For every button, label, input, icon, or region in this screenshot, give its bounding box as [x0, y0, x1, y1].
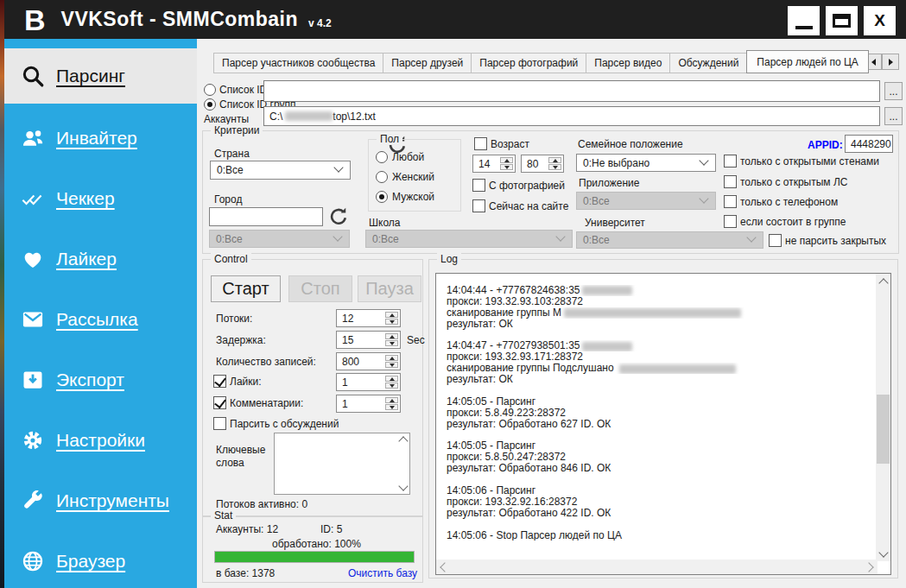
sidebar-item-checker[interactable]: Чеккер	[4, 180, 197, 218]
records-spinner[interactable]: 800	[336, 352, 401, 370]
sidebar-item-label: Инструменты	[56, 490, 169, 511]
country-select[interactable]: 0:Все	[210, 161, 351, 180]
sidebar-item-inviter[interactable]: Инвайтер	[4, 119, 197, 157]
sidebar-item-liker[interactable]: Лайкер	[4, 240, 197, 278]
threads-updown[interactable]	[384, 311, 399, 326]
log-line: результат: Обработано 422 ID. ОК	[447, 508, 873, 519]
delay-unit-label: Sec	[407, 334, 425, 346]
radio-gender-male[interactable]	[376, 191, 388, 203]
school-value: 0:Все	[372, 233, 399, 245]
likes-updown[interactable]	[384, 375, 399, 389]
tab-scroll-right-icon[interactable]	[882, 54, 899, 70]
tab-friends[interactable]: Парсер друзей	[383, 53, 472, 73]
open-dm-label: только с открытым ЛС	[740, 176, 847, 188]
with-phone-checkbox[interactable]	[724, 195, 737, 208]
comments-checkbox[interactable]	[213, 396, 226, 409]
parse-discussions-checkbox[interactable]	[213, 417, 226, 430]
comments-spinner[interactable]: 1	[336, 395, 401, 413]
start-button[interactable]: Старт	[211, 275, 281, 302]
tab-community-members[interactable]: Парсер участников сообщества	[213, 53, 383, 73]
delay-updown[interactable]	[384, 332, 399, 347]
appid-label: APPID:	[808, 139, 843, 151]
comments-value: 1	[342, 398, 348, 410]
university-value: 0:Все	[583, 234, 610, 246]
globe-icon	[20, 548, 46, 574]
tab-videos[interactable]: Парсер видео	[586, 53, 670, 73]
app-window: B VVKSoft - SMMCombain v 4.2 X Парсинг И…	[0, 0, 906, 588]
maximize-icon	[833, 14, 851, 28]
log-textbox[interactable]: 14:04:44 - +77767824638:35 прокси: 193.3…	[435, 273, 891, 575]
people-icon	[20, 125, 46, 151]
log-line: прокси: 5.8.49.223:28372	[447, 408, 873, 419]
stop-button[interactable]: Стоп	[288, 275, 352, 302]
log-line	[447, 385, 873, 396]
sidebar-item-export[interactable]: Экспорт	[4, 361, 197, 399]
scroll-up-icon[interactable]	[876, 274, 890, 288]
scroll-left-icon[interactable]	[436, 560, 451, 574]
tab-people-by-ta[interactable]: Парсер людей по ЦА	[746, 50, 869, 73]
in-group-checkbox[interactable]	[724, 215, 737, 228]
age-to-updown[interactable]	[548, 156, 562, 171]
progress-fill	[215, 552, 414, 562]
online-now-label: Сейчас на сайте	[489, 200, 568, 212]
minimize-button[interactable]	[788, 6, 820, 35]
scrollbar-thumb[interactable]	[877, 395, 890, 464]
scroll-down-icon[interactable]	[398, 481, 408, 490]
city-input[interactable]	[209, 207, 323, 226]
application-select: 0:Все	[576, 192, 716, 210]
online-now-checkbox[interactable]	[472, 199, 485, 212]
log-vertical-scrollbar[interactable]	[876, 274, 890, 561]
likes-checkbox[interactable]	[213, 375, 226, 388]
tab-photos[interactable]: Парсер фотографий	[471, 53, 586, 73]
keywords-label-line1: Ключевые	[216, 444, 265, 456]
scroll-down-icon[interactable]	[876, 547, 890, 561]
age-to-spinner[interactable]: 80	[521, 155, 564, 173]
radio-gender-any[interactable]	[376, 151, 388, 163]
scroll-up-icon[interactable]	[398, 436, 408, 446]
age-from-spinner[interactable]: 14	[472, 155, 516, 173]
heart-icon	[20, 246, 46, 272]
app-version: v 4.2	[308, 17, 332, 29]
id-list-browse-button[interactable]: ...	[884, 82, 903, 100]
appid-input[interactable]: 4448290	[845, 135, 893, 153]
id-list-input[interactable]	[263, 80, 880, 102]
radio-id-people[interactable]	[204, 84, 216, 96]
close-button[interactable]: X	[864, 6, 896, 35]
family-status-select[interactable]: 0:Не выбрано	[576, 154, 716, 172]
open-dm-checkbox[interactable]	[724, 175, 737, 188]
tab-scroll-buttons	[865, 54, 899, 70]
age-checkbox[interactable]	[474, 137, 487, 150]
delay-spinner[interactable]: 15	[336, 331, 401, 349]
sidebar-item-settings[interactable]: Настройки	[4, 421, 197, 459]
sidebar-item-tools[interactable]: Инструменты	[4, 482, 197, 520]
threads-spinner[interactable]: 12	[336, 309, 401, 327]
refresh-city-icon[interactable]	[327, 205, 350, 231]
scroll-right-icon[interactable]	[863, 560, 877, 574]
tab-discussions[interactable]: Обсуждений	[669, 53, 747, 73]
pause-button[interactable]: Пауза	[358, 275, 421, 302]
with-photo-checkbox[interactable]	[472, 179, 485, 192]
clear-db-link[interactable]: Очистить базу	[348, 567, 417, 579]
keywords-label-line2: слова	[216, 457, 244, 469]
accounts-input[interactable]: C:\top\12.txt	[263, 106, 880, 126]
keywords-textarea[interactable]	[274, 433, 410, 495]
sidebar-item-mailing[interactable]: Рассылка	[4, 300, 197, 338]
accounts-browse-button[interactable]: ...	[884, 107, 903, 125]
likes-spinner[interactable]: 1	[336, 373, 401, 391]
skip-closed-checkbox[interactable]	[769, 234, 782, 247]
records-updown[interactable]	[384, 354, 399, 369]
stat-group: Stat Аккаунты: 12 ID: 5 обработано: 100%…	[202, 515, 423, 583]
age-from-updown[interactable]	[499, 156, 514, 171]
comments-updown[interactable]	[384, 396, 399, 411]
sidebar-item-browser[interactable]: Браузер	[4, 542, 197, 580]
sidebar-item-label: Экспорт	[56, 370, 124, 390]
likes-label: Лайки:	[230, 376, 262, 388]
radio-gender-female[interactable]	[376, 171, 388, 183]
control-group: Control Старт Стоп Пауза Потоки: 12 Заде…	[202, 259, 423, 517]
sidebar-item-parsing[interactable]: Парсинг	[4, 48, 197, 104]
log-line: 14:05:06 - Парсинг	[447, 485, 873, 496]
radio-id-groups[interactable]	[204, 98, 216, 111]
log-horizontal-scrollbar[interactable]	[436, 560, 877, 574]
maximize-button[interactable]	[826, 6, 858, 35]
open-walls-checkbox[interactable]	[724, 155, 737, 168]
